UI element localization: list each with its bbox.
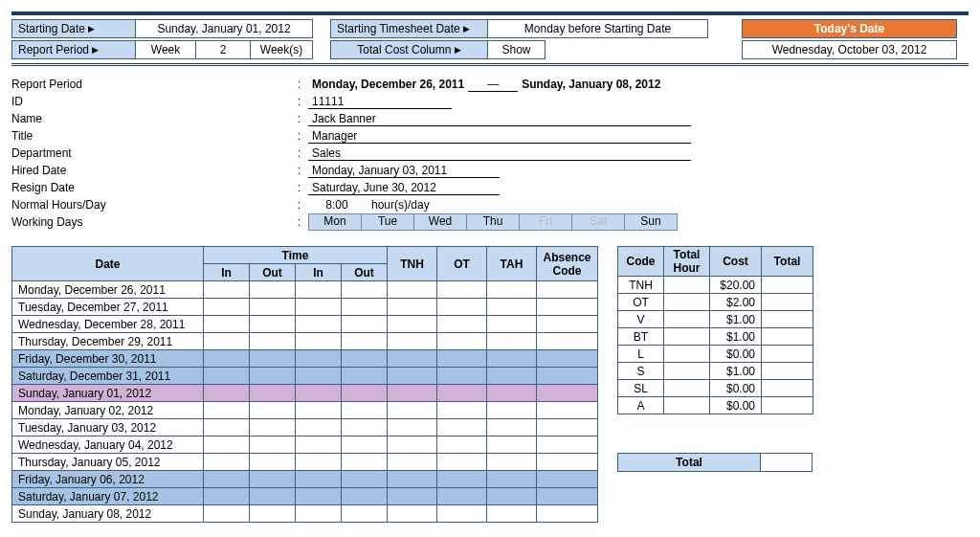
cost-hour[interactable] [664,328,710,346]
data-cell[interactable] [250,419,296,436]
info-hours[interactable]: 8:00 [308,198,366,212]
data-cell[interactable] [437,385,487,402]
data-cell[interactable] [342,436,388,454]
data-cell[interactable] [437,454,487,471]
data-cell[interactable] [250,454,296,471]
data-cell[interactable] [388,316,437,333]
day-cell-mon[interactable]: Mon [308,213,362,231]
data-cell[interactable] [296,316,342,333]
day-cell-tue[interactable]: Tue [361,213,414,231]
data-cell[interactable] [250,368,296,385]
data-cell[interactable] [487,299,537,316]
data-cell[interactable] [342,488,388,505]
data-cell[interactable] [537,299,598,316]
data-cell[interactable] [388,350,437,368]
data-cell[interactable] [250,436,296,454]
data-cell[interactable] [437,316,487,333]
cost-value[interactable]: $2.00 [710,294,762,311]
data-cell[interactable] [204,299,250,316]
data-cell[interactable] [437,419,487,436]
data-cell[interactable] [437,488,487,505]
data-cell[interactable] [296,350,342,368]
data-cell[interactable] [204,454,250,471]
data-cell[interactable] [388,368,437,385]
data-cell[interactable] [437,350,487,368]
data-cell[interactable] [342,368,388,385]
data-cell[interactable] [204,471,250,488]
data-cell[interactable] [296,505,342,523]
info-resign[interactable]: Saturday, June 30, 2012 [308,181,500,195]
data-cell[interactable] [250,299,296,316]
data-cell[interactable] [388,299,437,316]
data-cell[interactable] [204,505,250,523]
data-cell[interactable] [296,419,342,436]
starting-date-value[interactable]: Sunday, January 01, 2012 [136,19,313,38]
cost-hour[interactable] [664,294,710,311]
data-cell[interactable] [487,316,537,333]
day-cell-sat[interactable]: Sat [571,213,625,231]
data-cell[interactable] [250,385,296,402]
data-cell[interactable] [342,471,388,488]
data-cell[interactable] [537,505,598,523]
data-cell[interactable] [296,488,342,505]
data-cell[interactable] [487,471,537,488]
data-cell[interactable] [487,385,537,402]
data-cell[interactable] [342,281,388,299]
data-cell[interactable] [342,505,388,523]
data-cell[interactable] [342,419,388,436]
data-cell[interactable] [388,385,437,402]
cost-value[interactable]: $1.00 [710,328,762,346]
cost-hour[interactable] [664,277,710,294]
data-cell[interactable] [204,281,250,299]
data-cell[interactable] [250,488,296,505]
info-id[interactable]: 11111 [308,95,452,109]
data-cell[interactable] [204,368,250,385]
data-cell[interactable] [537,333,598,350]
cost-hour[interactable] [664,363,710,380]
data-cell[interactable] [204,333,250,350]
data-cell[interactable] [296,471,342,488]
cost-value[interactable]: $1.00 [710,311,762,328]
data-cell[interactable] [388,505,437,523]
data-cell[interactable] [388,454,437,471]
data-cell[interactable] [437,436,487,454]
data-cell[interactable] [487,350,537,368]
data-cell[interactable] [204,385,250,402]
cost-hour[interactable] [664,397,710,414]
starting-ts-value[interactable]: Monday before Starting Date [488,19,708,38]
data-cell[interactable] [342,402,388,419]
data-cell[interactable] [250,471,296,488]
data-cell[interactable] [204,488,250,505]
data-cell[interactable] [437,299,487,316]
total-cost-value[interactable]: Show [488,40,546,59]
data-cell[interactable] [250,333,296,350]
cost-value[interactable]: $0.00 [710,397,762,414]
data-cell[interactable] [388,333,437,350]
data-cell[interactable] [537,281,598,299]
data-cell[interactable] [388,281,437,299]
data-cell[interactable] [204,316,250,333]
data-cell[interactable] [342,350,388,368]
data-cell[interactable] [204,436,250,454]
data-cell[interactable] [250,316,296,333]
cost-hour[interactable] [664,311,710,328]
data-cell[interactable] [388,471,437,488]
data-cell[interactable] [342,299,388,316]
data-cell[interactable] [250,505,296,523]
day-cell-wed[interactable]: Wed [413,213,467,231]
data-cell[interactable] [250,402,296,419]
data-cell[interactable] [204,350,250,368]
data-cell[interactable] [537,419,598,436]
data-cell[interactable] [487,402,537,419]
data-cell[interactable] [537,454,598,471]
info-hired[interactable]: Monday, January 03, 2011 [308,164,500,178]
data-cell[interactable] [537,350,598,368]
day-cell-sun[interactable]: Sun [624,213,678,231]
data-cell[interactable] [388,436,437,454]
data-cell[interactable] [487,333,537,350]
day-cell-thu[interactable]: Thu [466,213,520,231]
data-cell[interactable] [537,402,598,419]
data-cell[interactable] [537,385,598,402]
data-cell[interactable] [296,385,342,402]
data-cell[interactable] [296,368,342,385]
